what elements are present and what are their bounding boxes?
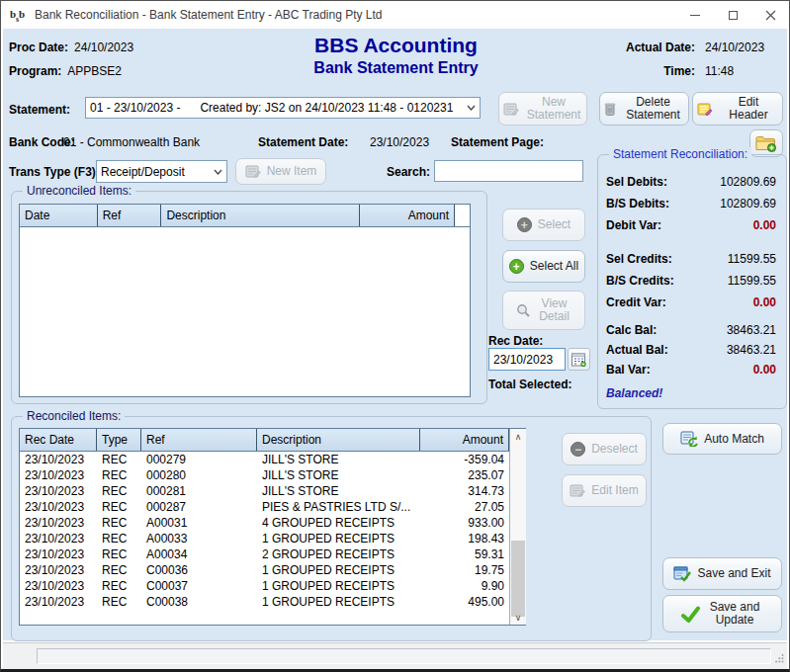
column-header-description: Description (161, 205, 360, 226)
table-cell: 1 GROUPED RECEIPTS (257, 531, 420, 546)
unreconciled-table: Date Ref Description Amount (19, 204, 471, 397)
table-row[interactable]: 23/10/2023RECC000381 GROUPED RECEIPTS495… (20, 594, 509, 610)
document-refresh-icon (680, 431, 698, 447)
status-panel (37, 648, 771, 664)
maximize-button[interactable] (714, 1, 751, 29)
table-cell: REC (97, 546, 141, 562)
scroll-up-icon[interactable]: ∧ (510, 429, 526, 444)
recon-value: 38463.21 (727, 343, 776, 357)
recon-label: B/S Credits: (606, 274, 674, 288)
table-row[interactable]: 23/10/2023RECC000371 GROUPED RECEIPTS9.9… (20, 578, 509, 594)
actual-date-value: 24/10/2023 (705, 41, 780, 54)
table-row[interactable]: 23/10/2023RECA000342 GROUPED RECEIPTS59.… (20, 546, 509, 562)
table-row[interactable]: 23/10/2023REC000279JILL'S STORE-359.04 (20, 452, 509, 467)
table-row[interactable]: 23/10/2023RECC000361 GROUPED RECEIPTS19.… (20, 562, 509, 578)
minimize-icon (690, 15, 700, 16)
table-cell: C00037 (141, 578, 257, 594)
vertical-scrollbar[interactable]: ∧ ∨ (509, 429, 526, 625)
table-cell: C00036 (141, 562, 257, 578)
edit-header-button[interactable]: Edit Header (692, 92, 783, 126)
trans-type-label: Trans Type (F3): (9, 165, 100, 179)
recon-label: Calc Bal: (606, 323, 657, 337)
maximize-icon (729, 11, 738, 20)
table-cell: 4 GROUPED RECEIPTS (257, 515, 420, 531)
unreconciled-table-header: Date Ref Description Amount (20, 205, 470, 227)
recon-row: B/S Credits:11599.55 (606, 274, 776, 288)
reconciled-table-header: Rec Date Type Ref Description Amount (20, 429, 509, 452)
rec-date-input[interactable] (488, 348, 566, 371)
search-input[interactable] (434, 160, 583, 182)
trans-type-select[interactable]: Receipt/Deposit (96, 160, 227, 183)
close-button[interactable] (751, 1, 789, 29)
table-row[interactable]: 23/10/2023REC000281JILL'S STORE314.73 (20, 483, 509, 499)
select-button[interactable]: + Select (502, 209, 585, 241)
view-detail-button[interactable]: View Detail (502, 291, 585, 330)
yellow-note-pencil-icon (697, 102, 713, 117)
table-cell: 23/10/2023 (20, 594, 97, 610)
titlebar[interactable]: b s b Bank Reconciliation - Bank Stateme… (1, 1, 789, 29)
recon-row: Bal Var:0.00 (606, 363, 776, 377)
reconciled-title: Reconciled Items: (23, 409, 125, 423)
save-and-update-button[interactable]: Save and Update (662, 595, 782, 632)
save-and-exit-button[interactable]: Save and Exit (662, 557, 782, 590)
app-icon: b s b (10, 7, 28, 23)
table-row[interactable]: 23/10/2023REC000287PIES & PASTRIES LTD S… (20, 499, 509, 515)
delete-statement-label: Delete Statement (622, 96, 684, 122)
delete-statement-button[interactable]: Delete Statement (599, 92, 689, 126)
table-cell: REC (97, 562, 141, 578)
new-item-button[interactable]: New Item (235, 158, 326, 185)
recon-value: 11599.55 (728, 252, 776, 266)
new-item-label: New Item (267, 165, 317, 178)
edit-item-label: Edit Item (591, 484, 638, 497)
close-icon (765, 10, 776, 21)
rec-date-picker-button[interactable] (568, 348, 590, 371)
scroll-down-icon[interactable]: ∨ (510, 610, 526, 625)
scrollbar-thumb[interactable] (511, 541, 525, 617)
edit-item-button[interactable]: Edit Item (562, 474, 647, 507)
table-cell: -359.04 (420, 452, 509, 467)
column-header-ref: Ref (141, 429, 257, 451)
statement-select[interactable]: 01 - 23/10/2023 - Created by: JS2 on 24/… (85, 97, 481, 119)
save-and-update-label: Save and Update (706, 601, 763, 627)
column-header-description: Description (257, 429, 420, 451)
header-right-time: Time: 11:48 (604, 64, 780, 78)
actual-date-label: Actual Date: (604, 41, 695, 54)
search-label: Search: (387, 165, 430, 179)
table-cell: 000281 (141, 483, 257, 499)
total-selected-label: Total Selected: (488, 378, 571, 391)
column-header-rec-date: Rec Date (20, 429, 97, 451)
recon-row: Calc Bal:38463.21 (606, 323, 776, 337)
column-header-ref: Ref (98, 205, 162, 226)
select-all-button[interactable]: + Select All (502, 250, 585, 283)
new-statement-button[interactable]: New Statement (498, 92, 587, 126)
table-row[interactable]: 23/10/2023REC000280JILL'S STORE235.07 (20, 467, 509, 483)
auto-match-button[interactable]: Auto Match (662, 423, 782, 455)
plus-circle-icon: + (517, 217, 532, 232)
green-check-icon (681, 606, 700, 623)
recon-row: B/S Debits:102809.69 (606, 197, 776, 210)
save-and-exit-label: Save and Exit (697, 567, 770, 580)
resize-grip[interactable] (774, 652, 784, 666)
table-cell: 314.73 (420, 483, 509, 499)
recon-value: 0.00 (753, 363, 776, 377)
deselect-button[interactable]: − Deselect (562, 433, 647, 465)
table-cell: REC (97, 452, 141, 467)
reconciled-table-body: 23/10/2023REC000279JILL'S STORE-359.0423… (20, 452, 509, 625)
table-row[interactable]: 23/10/2023RECA000314 GROUPED RECEIPTS933… (20, 515, 509, 531)
column-header-filler (455, 205, 470, 226)
table-row[interactable]: 23/10/2023RECA000331 GROUPED RECEIPTS198… (20, 531, 509, 546)
table-cell: 495.00 (420, 594, 509, 610)
auto-match-label: Auto Match (704, 433, 764, 446)
table-cell: PIES & PASTRIES LTD S/... (257, 499, 420, 515)
magnifier-icon (516, 303, 531, 318)
svg-text:b: b (19, 8, 25, 20)
table-cell: JILL'S STORE (257, 452, 420, 467)
recon-value: 11599.55 (728, 274, 776, 288)
table-cell: 23/10/2023 (20, 578, 97, 594)
minus-circle-icon: − (571, 442, 585, 457)
view-detail-label: View Detail (537, 297, 572, 323)
table-cell: 19.75 (420, 562, 509, 578)
attach-statement-button[interactable] (749, 129, 783, 157)
minimize-button[interactable] (676, 1, 714, 29)
table-cell: 59.31 (420, 546, 509, 562)
